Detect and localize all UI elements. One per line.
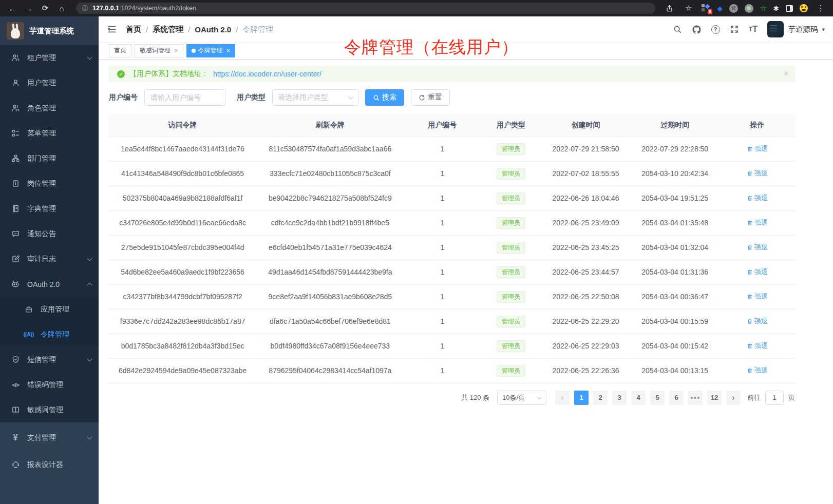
sidebar-item-sensitive-words[interactable]: 敏感词管理 (0, 397, 99, 422)
sidebar-item-error-code[interactable]: </> 错误码管理 (0, 372, 99, 397)
force-logout-button[interactable]: 强退 (747, 366, 768, 375)
table-row: c342377bf8b344799dcbf7bf095287f29ce8ef2a… (109, 284, 795, 309)
fullscreen-icon[interactable] (730, 25, 739, 34)
browser-menu-icon[interactable]: ⋮ (815, 2, 827, 14)
pager-page-button-2[interactable]: 2 (593, 391, 608, 405)
refresh-token-cell: e6cfd40eb1f54571a31e775e039c4624 (256, 235, 404, 260)
action-cell: 强退 (720, 161, 795, 186)
create-time-cell: 2022-06-25 22:29:03 (541, 334, 631, 358)
create-time-cell: 2022-07-02 18:55:55 (541, 161, 631, 186)
gem-extension-icon[interactable]: ◆ (717, 5, 723, 12)
sidebar-item-dict[interactable]: 字典管理 (0, 196, 99, 221)
force-logout-button[interactable]: 强退 (747, 144, 768, 153)
sidebar-item-label: 部门管理 (27, 154, 56, 163)
pager-page-button-12[interactable]: 12 (707, 391, 722, 405)
sidebar-item-role[interactable]: 角色管理 (0, 95, 99, 121)
chevron-up-icon (87, 283, 92, 288)
sidebar-item-tenant[interactable]: 租户管理 (0, 45, 99, 70)
sidebar-item-menu[interactable]: 菜单管理 (0, 121, 99, 146)
screen: ← → ⟳ ⌂ ⓘ 127.0.0.1:1024/system/oauth2/t… (0, 0, 833, 504)
recorder-extension-icon[interactable] (745, 4, 753, 13)
force-logout-button[interactable]: 强退 (747, 243, 768, 252)
side-panel-icon[interactable] (786, 5, 793, 12)
sidebar-item-audit-log[interactable]: 审计日志 (0, 246, 99, 272)
extension-grid-icon[interactable]: 9 (702, 4, 711, 12)
extension-badge: 9 (708, 9, 712, 14)
search-button[interactable]: 搜索 (365, 89, 404, 106)
pager-page-button-4[interactable]: 4 (631, 391, 646, 405)
bookmark-star-icon[interactable]: ☆ (683, 2, 695, 14)
tag-token-management[interactable]: 令牌管理 × (186, 44, 236, 57)
user-menu[interactable]: 芋道源码 ▾ (767, 21, 825, 37)
pager-page-button-3[interactable]: 3 (612, 391, 627, 405)
sidebar-item-label: 菜单管理 (27, 129, 56, 138)
pager-page-button-5[interactable]: 5 (650, 391, 665, 405)
sidebar-item-app-management[interactable]: 应用管理 (0, 297, 99, 322)
menu-tree-icon (10, 129, 21, 138)
flower-extension-icon[interactable]: ✱ (773, 5, 779, 12)
sidebar-item-sms[interactable]: 短信管理 (0, 347, 99, 372)
pager-more-button[interactable]: ●●● (688, 391, 703, 405)
browser-actions: ☆ 9 ◆ ⌘ ☆ ✱ ⋮ (664, 2, 827, 14)
force-logout-button[interactable]: 强退 (747, 218, 768, 227)
search-icon[interactable] (673, 25, 682, 34)
sidebar-item-oauth2[interactable]: OAuth 2.0 (0, 272, 99, 297)
share-icon[interactable] (664, 2, 676, 14)
site-info-icon[interactable]: ⓘ (82, 4, 88, 13)
refresh-token-cell: b0df4980ffd34c67a08f9156e4eee733 (256, 334, 404, 358)
force-logout-button[interactable]: 强退 (747, 169, 768, 178)
refresh-token-cell: 8796295f04064c2983414cc54af1097a (256, 358, 404, 383)
reload-icon[interactable]: ⟳ (39, 2, 51, 14)
tag-home[interactable]: 首页 (109, 44, 131, 57)
user-type-badge: 管理员 (497, 340, 525, 352)
goto-page-input[interactable] (765, 391, 784, 405)
force-logout-button[interactable]: 强退 (747, 341, 768, 351)
sidebar-item-user[interactable]: 用户管理 (0, 70, 99, 95)
action-cell: 强退 (720, 137, 795, 161)
github-icon[interactable] (692, 25, 702, 34)
user-type-select[interactable]: 请选择用户类型 (272, 89, 358, 106)
reset-button[interactable]: 重置 (411, 89, 450, 106)
close-icon[interactable]: × (174, 47, 178, 54)
force-logout-button[interactable]: 强退 (747, 292, 768, 301)
back-icon[interactable]: ← (6, 2, 18, 14)
sidebar-item-payment[interactable]: ¥ 支付管理 (0, 424, 99, 451)
forward-icon[interactable]: → (23, 2, 35, 14)
pager-page-button-1[interactable]: 1 (574, 391, 589, 405)
create-time-cell: 2022-06-25 22:29:20 (541, 309, 631, 334)
pager-prev-button[interactable]: ‹ (555, 391, 570, 405)
force-logout-button[interactable]: 强退 (747, 317, 768, 326)
sidebar-item-label: 用户管理 (27, 79, 56, 88)
font-size-icon[interactable]: TT (749, 24, 758, 34)
pager-page-button-6[interactable]: 6 (669, 391, 684, 405)
close-icon[interactable]: × (226, 47, 231, 54)
id-badge-icon (10, 179, 21, 188)
address-bar[interactable]: ⓘ 127.0.0.1:1024/system/oauth2/token (76, 3, 655, 14)
command-extension-icon[interactable]: ⌘ (729, 4, 738, 13)
alert-close-icon[interactable]: × (784, 69, 788, 79)
force-logout-button[interactable]: 强退 (747, 267, 768, 277)
tag-sensitive-words[interactable]: 敏感词管理 × (135, 44, 183, 57)
sidebar-item-report-designer[interactable]: 报表设计器 (0, 451, 99, 478)
sidebar-item-notice[interactable]: 通知公告 (0, 221, 99, 246)
breadcrumb-home[interactable]: 首页 (126, 25, 141, 34)
user-type-badge: 管理员 (497, 316, 525, 327)
help-icon[interactable]: ? (711, 25, 720, 34)
user-id-input[interactable] (144, 89, 225, 106)
sidebar-item-dept[interactable]: 部门管理 (0, 146, 99, 171)
user-type-badge: 管理员 (497, 365, 525, 377)
sidebar-item-post[interactable]: 岗位管理 (0, 171, 99, 196)
sidebar-item-label: 审计日志 (27, 255, 56, 264)
home-icon[interactable]: ⌂ (55, 2, 68, 14)
sidebar-item-token-management[interactable]: ((A)) 令牌管理 (0, 322, 99, 347)
expire-time-cell: 2054-03-04 01:35:48 (630, 210, 720, 235)
alert-doc-link[interactable]: https://doc.iocoder.cn/user-center/ (213, 70, 321, 78)
sidebar-collapse-icon[interactable] (107, 24, 117, 34)
sidebar-item-label: 字典管理 (27, 204, 56, 214)
green-star-extension-icon[interactable]: ☆ (760, 4, 767, 13)
page-size-select[interactable]: 10条/页 (497, 391, 546, 405)
sidebar-item-label: 支付管理 (27, 433, 56, 442)
force-logout-button[interactable]: 强退 (747, 193, 768, 203)
emoji-extension-icon[interactable] (800, 4, 808, 12)
pager-next-button[interactable]: › (726, 391, 741, 405)
